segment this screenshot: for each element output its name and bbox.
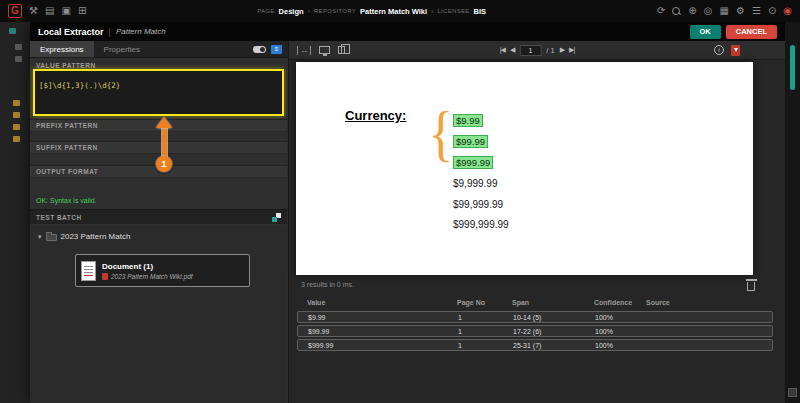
- ok-button[interactable]: OK: [690, 25, 721, 39]
- cell-span: 17-22 (6): [513, 326, 595, 337]
- settings-gear-icon[interactable]: ⚙: [736, 6, 745, 16]
- cell-source: [647, 340, 772, 351]
- viewer-toolbar-left: ↔: [297, 46, 345, 55]
- viewer-toolbar: ↔ |◀ ◀ / 1 ▶ ▶| i: [289, 41, 785, 60]
- column-header-confidence[interactable]: Confidence: [594, 299, 646, 306]
- column-header-value[interactable]: Value: [307, 299, 457, 306]
- cell-confidence: 100%: [595, 326, 647, 337]
- output-format-section[interactable]: OUTPUT FORMAT: [30, 165, 287, 178]
- document-icon: [81, 261, 96, 281]
- breadcrumb-repo-value[interactable]: Pattern Match Wiki: [360, 7, 427, 16]
- target-icon[interactable]: ◎: [704, 6, 713, 16]
- viewer-toolbar-right: i: [714, 45, 740, 56]
- syntax-status: OK: Syntax is valid.: [36, 197, 97, 204]
- panel-icon[interactable]: ▤: [45, 6, 54, 16]
- background-node-tree: [0, 22, 30, 403]
- info-icon[interactable]: i: [714, 45, 724, 55]
- page-number-input[interactable]: [519, 45, 541, 56]
- cell-span: 25-31 (7): [513, 340, 595, 351]
- document-tree-item[interactable]: Document (1) 2023 Pattern Match Wiki.pdf: [75, 254, 250, 287]
- breadcrumb-page-value[interactable]: Design: [279, 7, 304, 16]
- cell-span: 10-14 (5): [513, 312, 595, 323]
- column-header-source[interactable]: Source: [646, 299, 773, 306]
- cell-source: [647, 312, 772, 323]
- breadcrumb-licensee-value[interactable]: BIS: [474, 7, 487, 16]
- zoom-in-icon[interactable]: ⊕: [688, 6, 696, 16]
- grid-icon[interactable]: ⊞: [78, 6, 86, 16]
- title-separator: |: [109, 27, 111, 37]
- menu-icon[interactable]: ☰: [752, 6, 761, 16]
- cell-value: $99.99: [308, 326, 458, 337]
- batch-folder-row[interactable]: ▾ 2023 Pattern Match: [38, 232, 130, 241]
- breadcrumb-repo-label: REPOSITORY: [314, 8, 356, 14]
- app-logo[interactable]: G: [8, 4, 22, 18]
- tab-properties[interactable]: Properties: [94, 41, 150, 57]
- expressions-panel: Expressions Properties VALUE PATTERN [$]…: [30, 41, 289, 403]
- tree-folder-icon: [13, 100, 20, 106]
- cell-value: $999.99: [308, 340, 458, 351]
- apps-icon[interactable]: ▦: [719, 6, 728, 16]
- fit-width-icon[interactable]: ↔: [297, 46, 311, 55]
- dialog-header: Local Extractor | Pattern Match OK CANCE…: [30, 22, 785, 41]
- results-table-header: Value Page No Span Confidence Source: [297, 297, 773, 309]
- results-status: 3 results in 0 ms.: [301, 281, 354, 288]
- cell-confidence: 100%: [595, 340, 647, 351]
- power-icon[interactable]: ◉: [783, 6, 792, 16]
- batch-folder-label: 2023 Pattern Match: [61, 232, 131, 241]
- test-batch-tree: ▾ 2023 Pattern Match Document (1) 2023 P…: [30, 225, 287, 403]
- editor-mode-icon[interactable]: [271, 45, 282, 54]
- breadcrumb-licensee-label: LICENSEE: [437, 8, 469, 14]
- tools-icon[interactable]: ⚒: [29, 6, 38, 16]
- breadcrumb-separator: ›: [431, 8, 433, 15]
- app-screen: G ⚒ ▤ ▣ ⊞ PAGE Design › REPOSITORY Patte…: [0, 0, 800, 403]
- tree-node-icon: [15, 56, 22, 62]
- next-page-icon[interactable]: ▶: [560, 46, 564, 54]
- batch-settings-icon[interactable]: [272, 213, 281, 222]
- results-table: Value Page No Span Confidence Source $9.…: [297, 297, 773, 351]
- scrollbar-thumb[interactable]: [790, 45, 795, 90]
- column-header-page-no[interactable]: Page No: [457, 299, 512, 306]
- last-page-icon[interactable]: ▶|: [569, 46, 574, 54]
- cell-page-no: 1: [458, 340, 513, 351]
- column-header-span[interactable]: Span: [512, 299, 594, 306]
- box-icon[interactable]: ▣: [61, 6, 70, 16]
- pages-icon[interactable]: [338, 46, 345, 54]
- prev-page-icon[interactable]: ◀: [510, 46, 514, 54]
- dialog-subtitle: Pattern Match: [116, 27, 166, 36]
- value-pattern-label: VALUE PATTERN: [36, 62, 96, 69]
- test-batch-label: TEST BATCH: [36, 214, 82, 221]
- breadcrumb-page-label: PAGE: [257, 8, 274, 14]
- tree-folder-icon: [13, 136, 20, 142]
- breadcrumb-separator: ›: [308, 8, 310, 15]
- display-icon[interactable]: [319, 46, 330, 54]
- tree-node-icon: [15, 44, 22, 50]
- result-row[interactable]: $9.99 1 10-14 (5) 100%: [297, 311, 773, 323]
- document-text: $99,999.99: [453, 199, 503, 210]
- tree-folder-icon: [13, 124, 20, 130]
- caret-down-icon[interactable]: ▾: [38, 233, 42, 241]
- cancel-button[interactable]: CANCEL: [726, 25, 777, 39]
- user-icon[interactable]: ⊙: [768, 6, 776, 16]
- dialog-actions: OK CANCEL: [690, 25, 778, 39]
- first-page-icon[interactable]: |◀: [500, 46, 505, 54]
- corner-widget-icon[interactable]: [788, 388, 797, 397]
- suffix-pattern-section[interactable]: SUFFIX PATTERN: [30, 141, 287, 154]
- local-extractor-dialog: Local Extractor | Pattern Match OK CANCE…: [30, 22, 785, 403]
- match-highlight: $99.99: [453, 135, 488, 148]
- value-pattern-editor[interactable]: [$]\d{1,3}(.)\d{2}: [33, 69, 284, 116]
- tab-expressions[interactable]: Expressions: [30, 41, 94, 57]
- document-viewer-panel: ↔ |◀ ◀ / 1 ▶ ▶| i: [289, 41, 785, 403]
- clear-results-trash-icon[interactable]: [747, 282, 755, 291]
- refresh-icon[interactable]: ⟳: [657, 6, 665, 16]
- toggle-switch-icon[interactable]: [253, 46, 266, 53]
- tree-folder-icon: [13, 112, 20, 118]
- topbar-left-icons: G ⚒ ▤ ▣ ⊞: [8, 4, 86, 18]
- search-icon[interactable]: [672, 7, 681, 16]
- export-pdf-icon[interactable]: [731, 45, 740, 56]
- result-row[interactable]: $999.99 1 25-31 (7) 100%: [297, 339, 773, 351]
- tab-toolbar-icons: [253, 41, 288, 57]
- prefix-pattern-section[interactable]: PREFIX PATTERN: [30, 119, 287, 132]
- cell-confidence: 100%: [595, 312, 647, 323]
- result-row[interactable]: $99.99 1 17-22 (6) 100%: [297, 325, 773, 337]
- document-text: $9,999.99: [453, 178, 498, 189]
